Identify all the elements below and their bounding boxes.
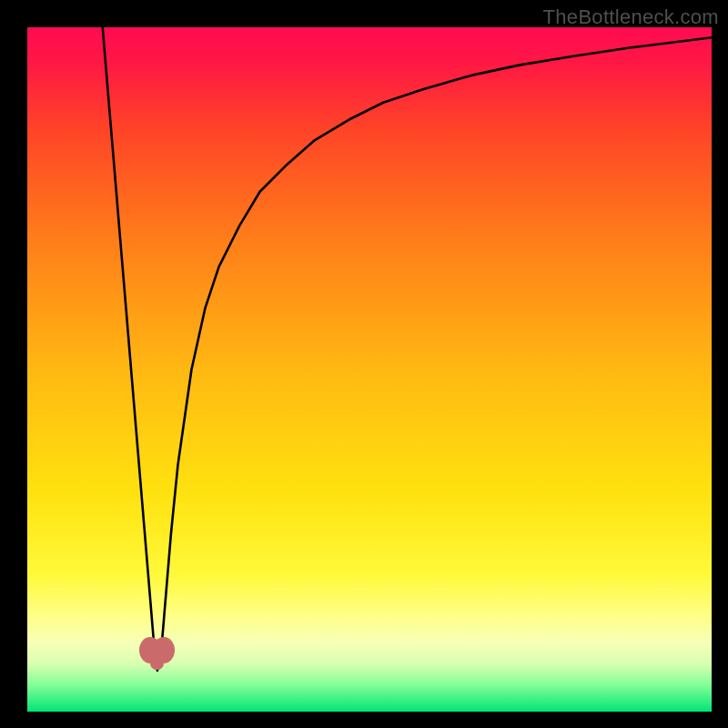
optimum-markers bbox=[27, 27, 712, 712]
outer-frame: TheBottleneck.com bbox=[0, 0, 728, 728]
optimum-marker-bridge bbox=[150, 657, 164, 670]
plot-area bbox=[27, 27, 712, 712]
watermark-text: TheBottleneck.com bbox=[543, 5, 719, 29]
